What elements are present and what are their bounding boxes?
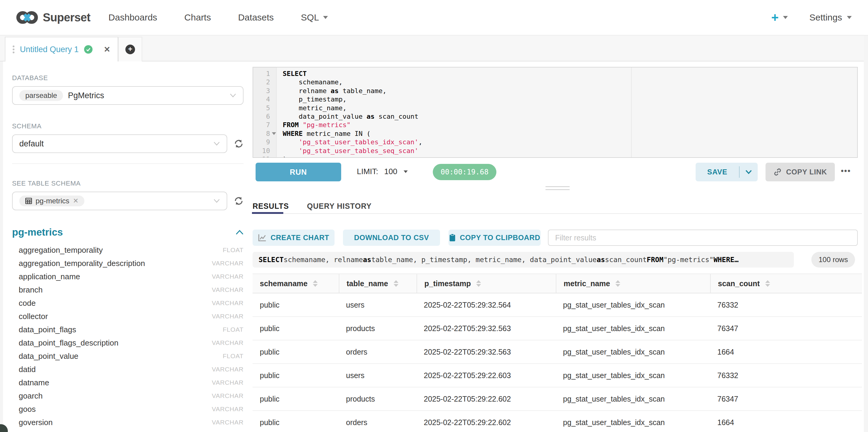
fold-caret-icon[interactable]: [272, 132, 276, 135]
refresh-tables-icon[interactable]: [234, 196, 244, 206]
table-cell: 2025-02-22T05:29:22.603: [416, 371, 556, 380]
table-column-row[interactable]: aggregation_temporalityFLOAT: [19, 243, 244, 257]
nav-item-charts[interactable]: Charts: [184, 12, 211, 23]
chevron-down-icon: [404, 170, 408, 173]
code-line: 'pg_stat_user_tables_seq_scan': [283, 147, 857, 156]
sort-icon[interactable]: [476, 280, 481, 287]
line-number: 1: [253, 70, 276, 78]
table-column-row[interactable]: goversionVARCHAR: [19, 416, 244, 429]
table-schema-section[interactable]: pg-metrics: [12, 227, 244, 238]
sort-icon[interactable]: [615, 280, 620, 287]
sql-lab-app: Superset DashboardsChartsDatasetsSQL + S…: [0, 0, 868, 432]
column-header-scan_count[interactable]: scan_count: [710, 274, 862, 293]
table-column-row[interactable]: collectorVARCHAR: [19, 310, 244, 323]
query-preview[interactable]: SELECT schemaname, relname as table_name…: [253, 252, 794, 267]
sql-editor[interactable]: 1234567891011 SELECT schemaname, relname…: [253, 67, 858, 158]
nav-item-datasets[interactable]: Datasets: [238, 12, 274, 23]
table-column-row[interactable]: branchVARCHAR: [19, 283, 244, 296]
clipboard-icon: [449, 233, 456, 242]
line-number: 2: [253, 78, 276, 87]
editor-code[interactable]: SELECT schemaname, relname as table_name…: [283, 70, 857, 158]
nav-item-label: Charts: [184, 12, 211, 23]
table-column-row[interactable]: data_point_valueFLOAT: [19, 350, 244, 363]
download-csv-button[interactable]: DOWNLOAD TO CSV: [343, 230, 440, 246]
copy-link-button[interactable]: COPY LINK: [766, 163, 835, 181]
new-item-menu[interactable]: +: [771, 11, 788, 24]
sort-icon[interactable]: [765, 280, 770, 287]
table-column-row[interactable]: application_nameVARCHAR: [19, 270, 244, 283]
column-header-table_name[interactable]: table_name: [339, 274, 416, 293]
chart-icon: [258, 234, 267, 242]
sidebar-divider: [12, 163, 244, 164]
column-type: FLOAT: [223, 353, 244, 360]
top-nav: Superset DashboardsChartsDatasetsSQL + S…: [0, 0, 868, 36]
nav-item-dashboards[interactable]: Dashboards: [108, 12, 157, 23]
settings-menu[interactable]: Settings: [809, 12, 852, 23]
table-row[interactable]: publicorders2025-02-22T05:29:22.602pg_st…: [253, 411, 862, 432]
add-tab-button[interactable]: +: [118, 37, 142, 62]
column-header-label: scan_count: [718, 279, 760, 288]
copy-clipboard-button[interactable]: COPY TO CLIPBOARD: [448, 230, 541, 246]
table-cell: 76347: [710, 395, 862, 403]
selected-table-pill[interactable]: pg-metrics ✕: [19, 196, 84, 206]
column-header-schemaname[interactable]: schemaname: [253, 274, 339, 293]
column-type: VARCHAR: [212, 286, 244, 293]
column-header-metric_name[interactable]: metric_name: [556, 274, 710, 293]
drag-handle-icon[interactable]: [13, 45, 14, 53]
create-chart-button[interactable]: CREATE CHART: [253, 230, 335, 246]
pane-resize-handle[interactable]: [546, 186, 569, 192]
copy-clipboard-label: COPY TO CLIPBOARD: [460, 233, 540, 242]
table-column-row[interactable]: codeVARCHAR: [19, 296, 244, 310]
column-header-p_timestamp[interactable]: p_timestamp: [416, 274, 556, 293]
save-split-button[interactable]: SAVE: [695, 163, 758, 181]
column-name: goos: [19, 405, 36, 414]
table-column-row[interactable]: datnameVARCHAR: [19, 376, 244, 389]
chevron-up-icon[interactable]: [236, 230, 244, 235]
database-label: DATABASE: [12, 74, 244, 82]
column-name: aggregation_temporality: [19, 245, 103, 255]
sort-icon[interactable]: [394, 280, 398, 287]
query-tab[interactable]: Untitled Query 1 ✕: [5, 37, 118, 62]
table-column-row[interactable]: datidVARCHAR: [19, 363, 244, 376]
table-column-row[interactable]: goosVARCHAR: [19, 402, 244, 416]
more-actions-button[interactable]: •••: [841, 166, 851, 176]
table-column-row[interactable]: aggregation_temporality_descriptionVARCH…: [19, 257, 244, 270]
query-tab-title[interactable]: Untitled Query 1: [20, 45, 79, 54]
table-cell: pg_stat_user_tables_idx_scan: [556, 301, 710, 309]
results-table-body: publicusers2025-02-22T05:29:32.564pg_sta…: [253, 293, 862, 432]
nav-item-sql[interactable]: SQL: [301, 12, 328, 23]
column-type: VARCHAR: [212, 379, 244, 386]
table-column-row[interactable]: http_schemeVARCHAR: [19, 429, 244, 432]
table-schema-select[interactable]: pg-metrics ✕: [12, 192, 227, 210]
close-tab-icon[interactable]: ✕: [104, 45, 110, 54]
table-cell: public: [253, 395, 339, 403]
save-label[interactable]: SAVE: [695, 168, 739, 176]
table-column-row[interactable]: data_point_flags_descriptionVARCHAR: [19, 336, 244, 350]
database-select[interactable]: parseable PgMetrics: [12, 86, 244, 105]
table-cell: pg_stat_user_tables_idx_scan: [556, 418, 710, 427]
sort-icon[interactable]: [313, 280, 318, 287]
filter-results-input[interactable]: [548, 230, 858, 246]
results-tab-results[interactable]: RESULTS: [253, 202, 289, 218]
code-line: 'pg_stat_user_tables_idx_scan',: [283, 138, 857, 147]
table-cell: orders: [339, 418, 416, 427]
nav-item-label: Dashboards: [108, 12, 157, 23]
table-column-row[interactable]: data_point_flagsFLOAT: [19, 323, 244, 336]
table-column-row[interactable]: goarchVARCHAR: [19, 389, 244, 402]
remove-table-icon[interactable]: ✕: [73, 197, 79, 205]
refresh-schemas-icon[interactable]: [234, 139, 244, 148]
table-cell: pg_stat_user_tables_idx_scan: [556, 371, 710, 380]
run-button[interactable]: RUN: [255, 163, 341, 181]
table-row[interactable]: publicorders2025-02-22T05:29:32.563pg_st…: [253, 340, 862, 364]
superset-logo[interactable]: Superset: [16, 10, 90, 25]
table-row[interactable]: publicusers2025-02-22T05:29:22.603pg_sta…: [253, 364, 862, 388]
save-dropdown-toggle[interactable]: [740, 170, 758, 174]
results-tab-query-history[interactable]: QUERY HISTORY: [307, 202, 372, 218]
table-row[interactable]: publicusers2025-02-22T05:29:32.564pg_sta…: [253, 293, 862, 317]
schema-select[interactable]: default: [12, 134, 227, 153]
table-name-title[interactable]: pg-metrics: [12, 227, 63, 238]
table-row[interactable]: publicproducts2025-02-22T05:29:32.563pg_…: [253, 317, 862, 340]
code-line: data_point_value as scan_count: [283, 113, 857, 121]
limit-dropdown[interactable]: LIMIT: 100: [357, 167, 408, 176]
table-row[interactable]: publicproducts2025-02-22T05:29:22.602pg_…: [253, 388, 862, 411]
